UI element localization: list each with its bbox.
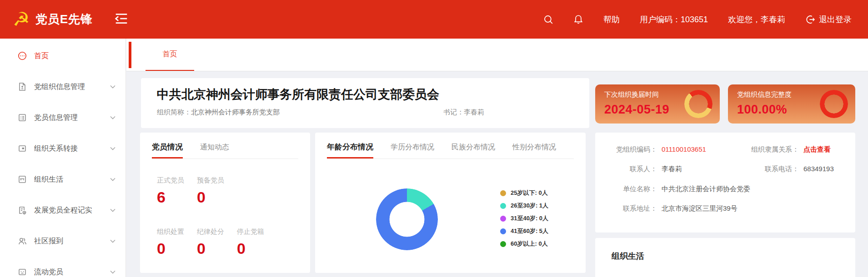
stat-discipline-punishment: 纪律处分 0	[197, 228, 225, 257]
id-face-icon	[17, 267, 27, 277]
org-life-title: 组织生活	[612, 251, 644, 262]
org-secretary: 书记：李春莉	[443, 108, 484, 117]
document-check-icon	[17, 205, 27, 215]
tab-age-distribution[interactable]: 年龄分布情况	[327, 142, 373, 158]
sidebar-item-member-development-record[interactable]: 发展党员全程记实	[0, 195, 125, 226]
kpi-next-election-card: 下次组织换届时间 2024-05-19	[595, 84, 720, 124]
people-icon	[17, 236, 27, 246]
age-distribution-donut-chart	[376, 188, 438, 250]
welcome-text: 欢迎您，李春莉	[728, 14, 785, 25]
legend-item-26-30[interactable]: 26至30岁: 1人	[500, 202, 548, 210]
sidebar-item-org-relation-transfer[interactable]: 组织关系转接	[0, 133, 125, 164]
org-affiliation-field: 组织隶属关系：点击查看	[745, 145, 831, 154]
notification-bell-icon[interactable]	[573, 15, 583, 25]
distribution-panel: 年龄分布情况 学历分布情况 民族分布情况 性别分布情况 25岁以下: 0人 26…	[315, 133, 586, 273]
stat-membership-suspension: 停止党籍 0	[237, 228, 265, 257]
tab-notifications[interactable]: 通知动态	[200, 143, 229, 158]
app-title: 党员E先锋	[35, 11, 93, 27]
chevron-down-icon	[110, 178, 115, 181]
kpi-progress-ring	[684, 90, 712, 118]
distribution-panel-tabs: 年龄分布情况 学历分布情况 民族分布情况 性别分布情况	[327, 133, 574, 159]
home-chat-icon	[17, 51, 27, 61]
unit-name-field: 单位名称：中共北京注册会计师协会党委	[604, 185, 750, 193]
org-title: 中共北京神州会计师事务所有限责任公司支部委员会	[157, 86, 439, 103]
tab-bar-accent	[129, 42, 131, 68]
contact-address-field: 联系地址：北京市海淀区三里河39号	[604, 204, 738, 213]
kpi-label: 下次组织换届时间	[604, 90, 659, 99]
chevron-down-icon	[110, 85, 115, 89]
kpi-info-completeness-card: 党组织信息完整度 100.00%	[728, 84, 855, 124]
search-icon[interactable]	[543, 15, 553, 25]
sidebar-item-party-org-info[interactable]: 党组织信息管理	[0, 71, 125, 102]
brand: ☭ 党员E先锋	[13, 0, 93, 39]
kpi-value: 100.00%	[737, 103, 787, 117]
document-icon	[17, 82, 27, 92]
sidebar-item-home[interactable]: 首页	[0, 40, 125, 71]
legend-dot	[500, 228, 506, 234]
tab-gender-distribution[interactable]: 性别分布情况	[512, 143, 556, 158]
member-stats-row-2: 组织处置 0 纪律处分 0 停止党籍 0	[157, 228, 265, 257]
org-life-panel: 组织生活	[595, 238, 855, 277]
content-tab-bar: 首页	[126, 39, 868, 71]
org-code-field: 党组织编码：011100103651	[604, 145, 706, 154]
tab-member-status[interactable]: 党员情况	[152, 142, 183, 158]
chevron-down-icon	[110, 208, 115, 212]
legend-item-over-60[interactable]: 60岁以上: 0人	[500, 240, 548, 248]
flag-box-icon	[17, 174, 27, 184]
stat-probationary-members: 预备党员 0	[197, 176, 225, 206]
chevron-down-icon	[110, 239, 115, 243]
legend-item-41-60[interactable]: 41至60岁: 5人	[500, 227, 548, 235]
legend-item-under-25[interactable]: 25岁以下: 0人	[500, 189, 548, 197]
member-status-panel: 党员情况 通知动态 正式党员 6 预备党员 0 组织处置 0	[140, 133, 310, 273]
member-panel-tabs: 党员情况 通知动态	[152, 133, 298, 159]
party-emblem-icon: ☭	[13, 10, 30, 29]
logout-button[interactable]: 退出登录	[805, 14, 852, 25]
sidebar-item-mobile-members[interactable]: 流动党员	[0, 257, 125, 277]
chevron-down-icon	[110, 147, 115, 150]
help-link[interactable]: 帮助	[603, 14, 620, 25]
sidebar-item-community-checkin[interactable]: 社区报到	[0, 226, 125, 257]
legend-dot	[500, 216, 506, 222]
logout-icon	[805, 15, 815, 25]
chart-legend: 25岁以下: 0人 26至30岁: 1人 31至40岁: 0人 41至60岁: …	[500, 189, 548, 248]
header-actions: 帮助 用户编码：103651 欢迎您，李春莉 退出登录	[543, 0, 868, 39]
kpi-value: 2024-05-19	[604, 103, 669, 117]
sidebar-nav: 首页 党组织信息管理 党员信息管理	[0, 39, 126, 277]
legend-dot	[500, 203, 506, 209]
org-short-name: 组织简称：北京神州会计师事务所党支部	[157, 108, 280, 117]
legend-item-31-40[interactable]: 31至40岁: 0人	[500, 214, 548, 223]
sidebar-item-member-info[interactable]: 党员信息管理	[0, 102, 125, 133]
user-code: 用户编码：103651	[640, 14, 708, 25]
sidebar-collapse-icon[interactable]	[114, 12, 129, 27]
card-transfer-icon	[17, 143, 27, 153]
org-info-panel: 党组织编码：011100103651 组织隶属关系：点击查看 联系人：李春莉 联…	[595, 133, 855, 232]
chevron-down-icon	[110, 270, 115, 274]
org-summary-card: 中共北京神州会计师事务所有限责任公司支部委员会 组织简称：北京神州会计师事务所党…	[141, 78, 589, 128]
app-root: ☭ 党员E先锋 帮助 用户编码：103651 欢迎您，	[0, 0, 868, 277]
tab-ethnicity-distribution[interactable]: 民族分布情况	[452, 143, 495, 158]
kpi-label: 党组织信息完整度	[737, 90, 792, 99]
contact-person-field: 联系人：李春莉	[604, 165, 682, 173]
tab-education-distribution[interactable]: 学历分布情况	[391, 143, 434, 158]
stat-org-disposal: 组织处置 0	[157, 228, 185, 257]
view-affiliation-link[interactable]: 点击查看	[803, 145, 831, 153]
list-icon	[17, 113, 27, 123]
sidebar-item-org-life[interactable]: 组织生活	[0, 164, 125, 195]
member-stats-row-1: 正式党员 6 预备党员 0	[157, 176, 225, 206]
contact-phone-field: 联系电话：68349193	[745, 165, 834, 173]
top-header-bar: ☭ 党员E先锋 帮助 用户编码：103651 欢迎您，	[0, 0, 868, 39]
legend-dot	[500, 241, 506, 247]
main-content: 首页 中共北京神州会计师事务所有限责任公司支部委员会 组织简称：北京神州会计师事…	[126, 39, 868, 277]
tab-home[interactable]: 首页	[146, 39, 194, 71]
chevron-down-icon	[110, 116, 115, 119]
legend-dot	[500, 190, 506, 196]
stat-formal-members: 正式党员 6	[157, 176, 185, 206]
kpi-progress-ring	[820, 90, 848, 118]
